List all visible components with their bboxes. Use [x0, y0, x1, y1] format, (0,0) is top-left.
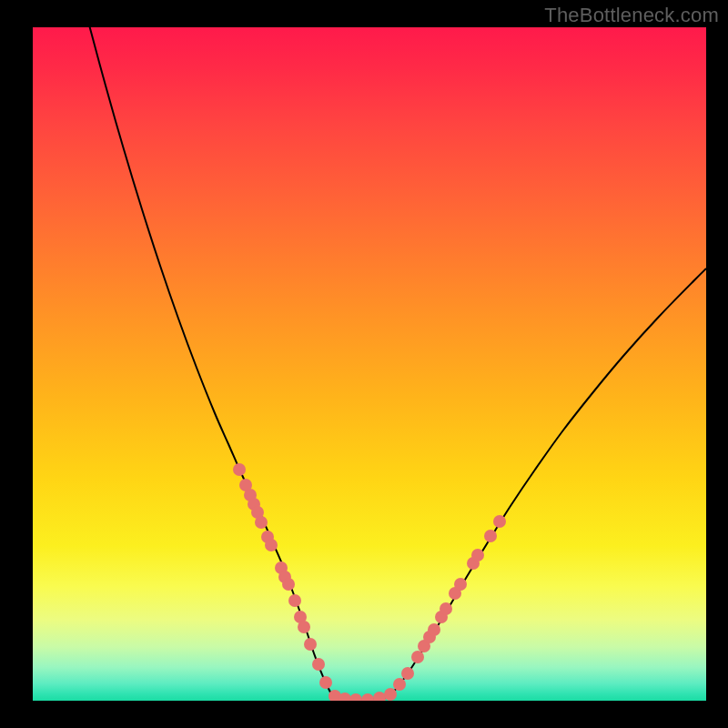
highlight-dot [484, 530, 497, 542]
highlight-dot [440, 602, 452, 615]
curve-lines [87, 27, 706, 700]
highlight-dot [493, 515, 506, 528]
highlight-dot [233, 463, 246, 476]
highlight-dot [349, 693, 362, 701]
highlight-dot [282, 578, 295, 591]
highlight-dot [298, 621, 310, 633]
highlight-dot [319, 676, 332, 689]
highlight-dot [411, 651, 424, 663]
highlight-dot [361, 693, 374, 701]
plot-area [33, 27, 706, 701]
highlight-dot [373, 692, 386, 701]
highlight-dots [233, 463, 506, 701]
highlight-dot [393, 678, 406, 691]
highlight-dot [471, 549, 484, 561]
highlight-dot [454, 578, 467, 591]
highlight-dot [312, 658, 325, 671]
highlight-dot [428, 623, 440, 636]
highlight-dot [255, 516, 268, 529]
highlight-dot [265, 539, 278, 551]
bottleneck-curve [87, 27, 706, 700]
highlight-dot [288, 594, 301, 607]
chart-container: TheBottleneck.com [0, 0, 728, 728]
watermark-text: TheBottleneck.com [544, 4, 719, 27]
highlight-dot [401, 667, 414, 680]
curve-svg [33, 27, 706, 701]
highlight-dot [304, 638, 317, 651]
highlight-dot [384, 688, 397, 701]
